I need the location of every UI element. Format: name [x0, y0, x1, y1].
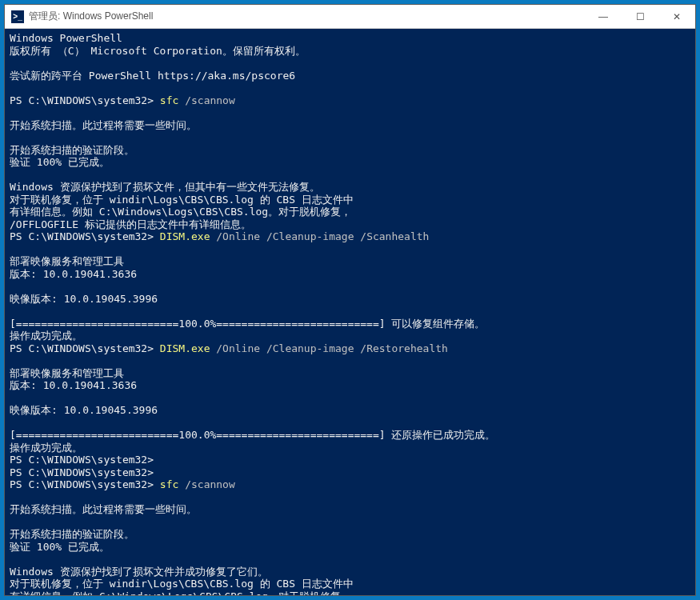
output-line: 映像版本: 10.0.19045.3996 [10, 404, 690, 417]
output-line: 对于联机修复，位于 windir\Logs\CBS\CBS.log 的 CBS … [10, 194, 690, 206]
blank-line [10, 106, 690, 119]
blank-line [10, 131, 690, 144]
app-icon: >_ [11, 10, 24, 23]
blank-line [10, 516, 690, 529]
powershell-window: >_ 管理员: Windows PowerShell — ☐ ✕ Windows… [4, 4, 696, 596]
output-line: Windows 资源保护找到了损坏文件并成功修复了它们。 [10, 566, 690, 578]
blank-line [10, 354, 690, 367]
output-line: 开始系统扫描。此过程将需要一些时间。 [10, 503, 690, 516]
blank-line [10, 82, 690, 94]
command-name: DISM.exe [160, 230, 210, 242]
blank-line [10, 243, 690, 256]
blank-line [10, 305, 690, 318]
output-line: 验证 100% 已完成。 [10, 156, 690, 169]
window-controls: — ☐ ✕ [585, 5, 695, 28]
prompt-text: PS C:\WINDOWS\system32> [10, 230, 160, 242]
prompt-text: PS C:\WINDOWS\system32> [10, 478, 160, 490]
output-line: 验证 100% 已完成。 [10, 541, 690, 554]
command-name: DISM.exe [160, 342, 210, 354]
output-line: [==========================100.0%=======… [10, 318, 690, 330]
maximize-button[interactable]: ☐ [622, 5, 658, 28]
blank-line [10, 280, 690, 293]
prompt-line: PS C:\WINDOWS\system32> sfc /scannow [10, 94, 690, 107]
blank-line [10, 169, 690, 182]
output-line: Windows 资源保护找到了损坏文件，但其中有一些文件无法修复。 [10, 181, 690, 194]
command-args: /scannow [178, 478, 234, 490]
output-line: 操作成功完成。 [10, 442, 690, 454]
titlebar[interactable]: >_ 管理员: Windows PowerShell — ☐ ✕ [5, 5, 695, 29]
output-line: 有详细信息。例如 C:\Windows\Logs\CBS\CBS.log。对于脱… [10, 206, 690, 218]
close-button[interactable]: ✕ [658, 5, 695, 28]
prompt-text: PS C:\WINDOWS\system32> [10, 94, 160, 106]
blank-line [10, 491, 690, 504]
prompt-line: PS C:\WINDOWS\system32> DISM.exe /Online… [10, 342, 690, 355]
blank-line [10, 417, 690, 430]
output-line: [==========================100.0%=======… [10, 429, 690, 442]
command-args: /Online /Cleanup-image /Restorehealth [210, 342, 447, 354]
prompt-text: PS C:\WINDOWS\system32> [10, 454, 154, 466]
output-line: 部署映像服务和管理工具 [10, 255, 690, 268]
output-line: 版本: 10.0.19041.3636 [10, 268, 690, 281]
prompt-line: PS C:\WINDOWS\system32> sfc /scannow [10, 478, 690, 491]
output-line: 部署映像服务和管理工具 [10, 367, 690, 380]
prompt-text: PS C:\WINDOWS\system32> [10, 466, 154, 478]
output-line: 对于联机修复，位于 windir\Logs\CBS\CBS.log 的 CBS … [10, 578, 690, 590]
blank-line [10, 392, 690, 405]
output-line: 开始系统扫描的验证阶段。 [10, 144, 690, 157]
command-args: /scannow [178, 94, 234, 106]
blank-line [10, 57, 690, 70]
prompt-line: PS C:\WINDOWS\system32> [10, 454, 690, 466]
command-args: /Online /Cleanup-image /Scanhealth [210, 230, 429, 242]
output-line: /OFFLOGFILE 标记提供的日志文件中有详细信息。 [10, 218, 690, 231]
command-name: sfc [160, 478, 178, 490]
minimize-button[interactable]: — [585, 5, 622, 28]
terminal-output[interactable]: Windows PowerShell版权所有 （C） Microsoft Cor… [5, 29, 695, 595]
blank-line [10, 553, 690, 566]
prompt-line: PS C:\WINDOWS\system32> [10, 466, 690, 479]
prompt-line: PS C:\WINDOWS\system32> DISM.exe /Online… [10, 230, 690, 243]
command-name: sfc [160, 94, 178, 106]
output-line: 映像版本: 10.0.19045.3996 [10, 293, 690, 306]
output-line: 开始系统扫描的验证阶段。 [10, 528, 690, 541]
output-line: 尝试新的跨平台 PowerShell https://aka.ms/pscore… [10, 70, 690, 82]
output-line: 有详细信息。例如 C:\Windows\Logs\CBS\CBS.log。对于脱… [10, 590, 690, 596]
app-icon-glyph: >_ [13, 12, 22, 21]
prompt-text: PS C:\WINDOWS\system32> [10, 342, 160, 354]
output-line: 操作成功完成。 [10, 330, 690, 342]
output-line: 版权所有 （C） Microsoft Corporation。保留所有权利。 [10, 45, 690, 58]
output-line: 开始系统扫描。此过程将需要一些时间。 [10, 119, 690, 132]
window-title: 管理员: Windows PowerShell [29, 10, 585, 23]
output-line: Windows PowerShell [10, 32, 690, 45]
output-line: 版本: 10.0.19041.3636 [10, 379, 690, 392]
